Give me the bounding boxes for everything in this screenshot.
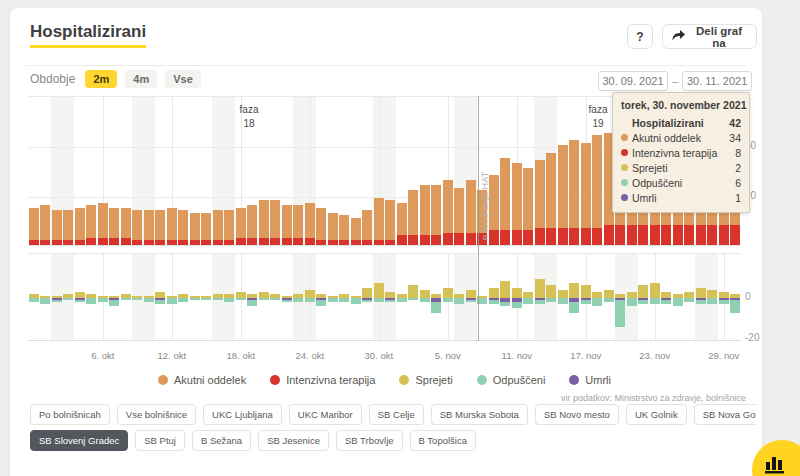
period-button-vse[interactable]: Vse	[165, 70, 201, 88]
bar-odpusceni[interactable]	[696, 300, 706, 304]
hospital-chip[interactable]: SB Ptuj	[135, 430, 185, 451]
hospital-chip[interactable]: SB Novo mesto	[535, 404, 619, 425]
bar-intenzivna-terapija[interactable]	[707, 225, 717, 245]
bar-odpusceni[interactable]	[523, 298, 533, 304]
bar-sprejeti[interactable]	[362, 288, 372, 299]
bar-odpusceni[interactable]	[213, 298, 223, 300]
bar-akutni-oddelek[interactable]	[500, 158, 510, 231]
bar-odpusceni[interactable]	[40, 298, 50, 304]
period-button-2m[interactable]: 2m	[85, 70, 117, 88]
bar-intenzivna-terapija[interactable]	[190, 240, 200, 245]
bar-akutni-oddelek[interactable]	[282, 205, 292, 238]
bar-intenzivna-terapija[interactable]	[581, 228, 591, 246]
bar-odpusceni[interactable]	[52, 300, 62, 302]
bar-intenzivna-terapija[interactable]	[615, 225, 625, 245]
bar-intenzivna-terapija[interactable]	[144, 240, 154, 245]
bar-odpusceni[interactable]	[190, 298, 200, 300]
hospital-chip[interactable]: SB Trbovlje	[336, 430, 403, 451]
bar-akutni-oddelek[interactable]	[86, 205, 96, 238]
share-button[interactable]: Deli graf na	[662, 24, 757, 49]
bar-akutni-oddelek[interactable]	[431, 185, 441, 235]
bar-sprejeti[interactable]	[604, 290, 614, 298]
bar-intenzivna-terapija[interactable]	[40, 240, 50, 245]
bar-akutni-oddelek[interactable]	[63, 210, 73, 240]
bar-odpusceni[interactable]	[144, 298, 154, 302]
bar-intenzivna-terapija[interactable]	[132, 240, 142, 245]
bar-akutni-oddelek[interactable]	[167, 208, 177, 241]
bar-odpusceni[interactable]	[293, 298, 303, 302]
bar-odpusceni[interactable]	[581, 300, 591, 304]
bar-akutni-oddelek[interactable]	[351, 218, 361, 241]
bar-intenzivna-terapija[interactable]	[661, 225, 671, 245]
bar-odpusceni[interactable]	[109, 300, 119, 306]
bar-akutni-oddelek[interactable]	[385, 200, 395, 240]
hospital-chip[interactable]: UKC Ljubljana	[203, 404, 282, 425]
bar-akutni-oddelek[interactable]	[420, 185, 430, 235]
bar-odpusceni[interactable]	[316, 300, 326, 306]
bar-akutni-oddelek[interactable]	[558, 145, 568, 228]
bar-akutni-oddelek[interactable]	[190, 213, 200, 241]
bar-odpusceni[interactable]	[362, 300, 372, 302]
bar-akutni-oddelek[interactable]	[224, 210, 234, 240]
bar-intenzivna-terapija[interactable]	[730, 225, 740, 245]
bar-akutni-oddelek[interactable]	[52, 210, 62, 240]
bar-intenzivna-terapija[interactable]	[213, 240, 223, 245]
bar-intenzivna-terapija[interactable]	[466, 233, 476, 246]
bar-intenzivna-terapija[interactable]	[259, 238, 269, 246]
legend-item[interactable]: Intenzivna terapija	[270, 374, 375, 386]
bar-odpusceni[interactable]	[546, 298, 556, 302]
bar-intenzivna-terapija[interactable]	[719, 225, 729, 245]
legend-item[interactable]: Umrli	[569, 374, 611, 386]
bar-intenzivna-terapija[interactable]	[167, 240, 177, 245]
bar-sprejeti[interactable]	[420, 290, 430, 298]
hospital-chip[interactable]: SB Nova Gorica	[694, 404, 756, 425]
bar-odpusceni[interactable]	[236, 298, 246, 300]
bar-intenzivna-terapija[interactable]	[397, 235, 407, 245]
bar-intenzivna-terapija[interactable]	[604, 225, 614, 245]
bar-sprejeti[interactable]	[489, 288, 499, 299]
bar-akutni-oddelek[interactable]	[270, 200, 280, 238]
bar-intenzivna-terapija[interactable]	[638, 225, 648, 245]
bar-akutni-oddelek[interactable]	[546, 153, 556, 228]
hospital-chip[interactable]: SB Slovenj Gradec	[30, 430, 128, 451]
bar-odpusceni[interactable]	[512, 302, 522, 308]
bar-sprejeti[interactable]	[443, 288, 453, 299]
bar-intenzivna-terapija[interactable]	[420, 235, 430, 245]
bar-odpusceni[interactable]	[650, 298, 660, 304]
bar-akutni-oddelek[interactable]	[339, 215, 349, 240]
hospital-chip[interactable]: Vse bolnišnice	[117, 404, 196, 425]
bar-odpusceni[interactable]	[569, 302, 579, 313]
bar-intenzivna-terapija[interactable]	[236, 238, 246, 246]
bar-akutni-oddelek[interactable]	[201, 213, 211, 241]
bar-intenzivna-terapija[interactable]	[684, 225, 694, 245]
bar-akutni-oddelek[interactable]	[109, 208, 119, 238]
hospital-chip[interactable]: UK Golnik	[626, 404, 687, 425]
bar-odpusceni[interactable]	[592, 298, 602, 306]
bar-akutni-oddelek[interactable]	[305, 203, 315, 238]
bar-odpusceni[interactable]	[684, 298, 694, 302]
bar-akutni-oddelek[interactable]	[466, 180, 476, 233]
bar-odpusceni[interactable]	[385, 300, 395, 302]
bar-intenzivna-terapija[interactable]	[431, 235, 441, 245]
bar-akutni-oddelek[interactable]	[569, 140, 579, 228]
help-button[interactable]: ?	[627, 24, 653, 49]
bar-intenzivna-terapija[interactable]	[454, 233, 464, 246]
bar-odpusceni[interactable]	[247, 300, 257, 306]
bar-intenzivna-terapija[interactable]	[351, 240, 361, 245]
bar-akutni-oddelek[interactable]	[489, 175, 499, 230]
bar-odpusceni[interactable]	[29, 298, 39, 302]
bar-odpusceni[interactable]	[339, 298, 349, 302]
bar-intenzivna-terapija[interactable]	[29, 240, 39, 245]
hospital-chip[interactable]: SB Jesenice	[258, 430, 329, 451]
bar-intenzivna-terapija[interactable]	[535, 228, 545, 246]
bar-intenzivna-terapija[interactable]	[293, 238, 303, 246]
bar-akutni-oddelek[interactable]	[236, 208, 246, 238]
bar-akutni-oddelek[interactable]	[132, 210, 142, 240]
bar-odpusceni[interactable]	[98, 298, 108, 302]
bar-odpusceni[interactable]	[121, 298, 131, 300]
bar-intenzivna-terapija[interactable]	[512, 230, 522, 245]
bar-odpusceni[interactable]	[259, 298, 269, 300]
bar-odpusceni[interactable]	[615, 300, 625, 327]
bar-sprejeti[interactable]	[546, 285, 556, 298]
bar-odpusceni[interactable]	[408, 298, 418, 300]
